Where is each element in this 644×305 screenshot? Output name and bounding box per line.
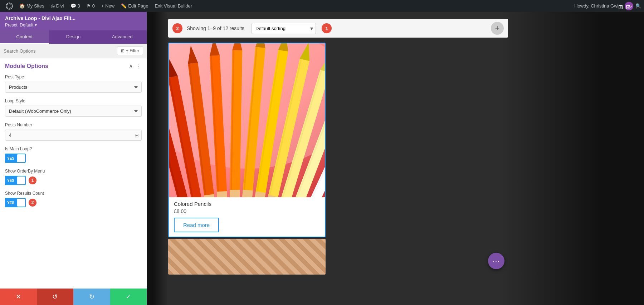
post-type-field: Post Type Products — [5, 74, 142, 93]
product-info: Colored Pencils £8.00 Read more — [169, 197, 325, 237]
pending-link[interactable]: ⚑ 0 — [84, 0, 98, 12]
comment-icon: 💬 — [70, 3, 76, 9]
is-main-loop-toggle[interactable]: YES — [5, 154, 26, 163]
show-results-field: Show Results Count YES 2 — [5, 191, 142, 207]
post-type-select[interactable]: Products — [5, 82, 142, 93]
home-icon: 🏠 — [19, 3, 25, 9]
dark-left — [147, 12, 168, 305]
filter-icon: ⊞ — [121, 48, 125, 53]
tab-content[interactable]: Content — [0, 30, 49, 44]
product-price: £8.00 — [174, 208, 320, 214]
show-orderby-label: Show OrderBy Menu — [5, 169, 142, 174]
show-orderby-toggle-wrapper: YES 1 — [5, 176, 142, 185]
module-options-title: Module Options — [5, 63, 48, 69]
section-header: Module Options ∧ ⋮ — [5, 63, 142, 69]
toggle-knob-3 — [17, 199, 25, 207]
pending-icon: ⚑ — [87, 3, 91, 9]
orderby-badge: 1 — [29, 176, 36, 184]
pencils-svg — [169, 43, 325, 197]
user-greeting: Howdy, Christina Gwira — [574, 3, 623, 9]
vb-main-content: 2 Showing 1–9 of 12 results Default sort… — [168, 19, 508, 275]
admin-bar-left: 🏠 My Sites ◎ Divi 💬 3 ⚑ 0 + New ✏️ Edit … — [3, 0, 573, 12]
cancel-button[interactable]: ✕ — [0, 289, 37, 305]
panel-body: Module Options ∧ ⋮ Post Type Products Lo… — [0, 58, 147, 289]
show-orderby-field: Show OrderBy Menu YES 1 — [5, 169, 142, 185]
svg-rect-26 — [242, 190, 253, 197]
collapse-button[interactable]: ∧ — [129, 63, 133, 69]
product-card-1: Colored Pencils £8.00 Read more — [168, 43, 326, 237]
new-link[interactable]: + New — [98, 0, 117, 12]
product-name: Colored Pencils — [174, 201, 320, 207]
wordpress-icon — [6, 3, 13, 10]
add-section-button[interactable]: + — [491, 22, 504, 35]
my-sites-link[interactable]: 🏠 My Sites — [16, 0, 47, 12]
is-main-loop-label: Is Main Loop? — [5, 146, 142, 151]
is-main-loop-toggle-wrapper: YES — [5, 154, 142, 163]
undo-button[interactable]: ↺ — [37, 289, 74, 305]
visual-builder: 2 Showing 1–9 of 12 results Default sort… — [147, 12, 644, 305]
show-results-toggle-wrapper: YES 2 — [5, 198, 142, 207]
redo-button[interactable]: ↻ — [73, 289, 110, 305]
is-main-loop-field: Is Main Loop? YES — [5, 146, 142, 163]
divi-link[interactable]: ◎ Divi — [48, 0, 67, 12]
save-icon: ✓ — [126, 293, 131, 301]
product-2-pattern — [168, 239, 326, 275]
panel-title: Archive Loop - Divi Ajax Filt... — [5, 15, 142, 21]
exit-builder-link[interactable]: Exit Visual Builder — [152, 0, 195, 12]
results-text: Showing 1–9 of 12 results — [187, 25, 244, 31]
results-badge-2: 2 — [172, 23, 182, 33]
left-panel: Archive Loop - Divi Ajax Filt... Preset:… — [0, 12, 147, 305]
bottom-toolbar: ✕ ↺ ↻ ✓ — [0, 289, 147, 305]
svg-rect-22 — [230, 190, 240, 197]
edit-icon: ✏️ — [121, 3, 127, 9]
post-type-label: Post Type — [5, 74, 142, 79]
read-more-button[interactable]: Read more — [174, 218, 219, 232]
woo-bar: 2 Showing 1–9 of 12 results Default sort… — [168, 19, 508, 38]
tab-advanced[interactable]: Advanced — [98, 30, 147, 44]
toggle-knob — [17, 154, 25, 162]
posts-number-input[interactable] — [5, 130, 142, 141]
loop-style-label: Loop Style — [5, 98, 142, 103]
visual-builder-panel: 2 Showing 1–9 of 12 results Default sort… — [147, 12, 644, 305]
section-more-button[interactable]: ⋮ — [136, 63, 142, 69]
undo-icon: ↺ — [52, 293, 58, 301]
save-button[interactable]: ✓ — [110, 289, 147, 305]
divi-icon: ◎ — [51, 3, 55, 9]
posts-number-wrapper: ⊟ — [5, 130, 142, 141]
posts-number-field: Posts Number ⊟ — [5, 122, 142, 141]
badge-1: 1 — [322, 23, 332, 33]
show-orderby-toggle[interactable]: YES — [5, 176, 26, 185]
results-badge: 2 — [29, 199, 36, 207]
show-results-label: Show Results Count — [5, 191, 142, 196]
panel-preset: Preset: Default ▾ — [5, 23, 142, 28]
main-content: Archive Loop - Divi Ajax Filt... Preset:… — [0, 12, 644, 305]
search-options-input[interactable] — [4, 48, 114, 54]
dark-right — [501, 12, 644, 305]
sorting-select[interactable]: Default sorting — [252, 23, 316, 34]
search-options-bar: ⊞ + Filter — [0, 44, 147, 58]
toggle-knob-2 — [17, 176, 25, 184]
edit-page-link[interactable]: ✏️ Edit Page — [118, 0, 151, 12]
filter-button[interactable]: ⊞ + Filter — [117, 47, 143, 55]
sorting-wrapper: Default sorting ▾ — [252, 23, 316, 34]
cancel-icon: ✕ — [16, 293, 21, 301]
panel-header: Archive Loop - Divi Ajax Filt... Preset:… — [0, 12, 147, 30]
redo-icon: ↻ — [89, 293, 94, 301]
input-icon: ⊟ — [135, 132, 139, 138]
tab-bar: Content Design Advanced — [0, 30, 147, 44]
product-card-2 — [168, 239, 326, 275]
section-controls: ∧ ⋮ — [129, 63, 142, 69]
product-image — [169, 43, 325, 197]
svg-rect-18 — [217, 191, 227, 197]
show-results-toggle[interactable]: YES — [5, 198, 26, 207]
fab-icon: ··· — [493, 257, 500, 265]
wp-logo-link[interactable] — [3, 0, 16, 12]
posts-number-label: Posts Number — [5, 122, 142, 127]
loop-style-select[interactable]: Default (WooCommerce Only) — [5, 106, 142, 117]
comments-link[interactable]: 💬 3 — [68, 0, 83, 12]
tab-design[interactable]: Design — [49, 30, 98, 44]
admin-bar: 🏠 My Sites ◎ Divi 💬 3 ⚑ 0 + New ✏️ Edit … — [0, 0, 644, 12]
fab-button[interactable]: ··· — [488, 253, 504, 269]
loop-style-field: Loop Style Default (WooCommerce Only) — [5, 98, 142, 117]
